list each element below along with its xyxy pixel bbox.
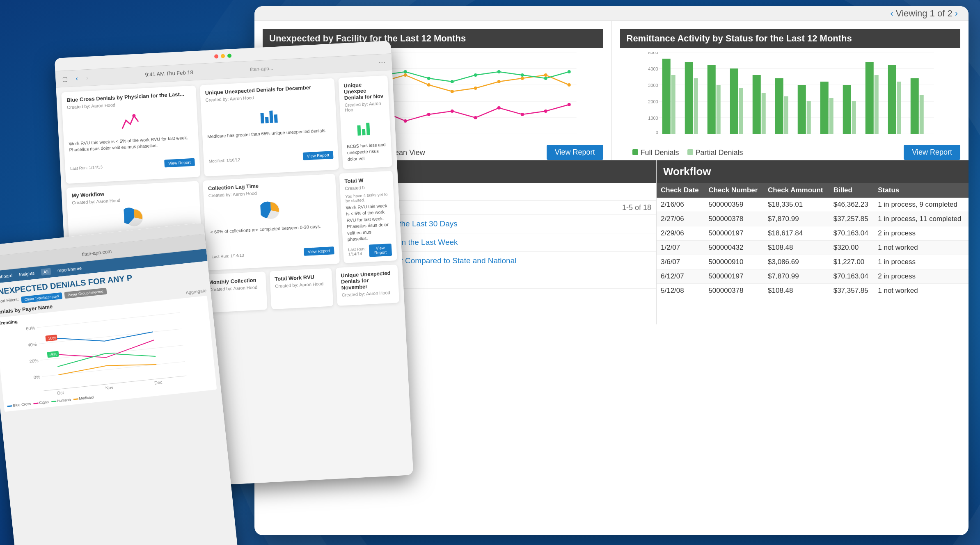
svg-point-55: [474, 116, 477, 119]
workflow-header: Workflow: [657, 160, 969, 183]
card-1-view-btn[interactable]: View Report: [164, 158, 195, 168]
svg-rect-110: [265, 117, 269, 123]
mid-nav-fwd[interactable]: ›: [86, 74, 88, 81]
svg-text:20%: 20%: [29, 358, 39, 364]
viewing-label: Viewing 1 of 2: [896, 8, 953, 19]
front-nav-report[interactable]: report/name: [57, 266, 82, 273]
svg-line-119: [39, 329, 181, 344]
svg-rect-87: [829, 98, 833, 134]
card-6-subtitle: Created b: [345, 184, 388, 191]
card-3-icon: [353, 114, 378, 140]
svg-text:2000: 2000: [648, 99, 658, 104]
svg-text:60%: 60%: [26, 325, 35, 331]
report-card-bottom-5-title: Unique Unexpected Denials for November: [341, 270, 394, 291]
report-card-bottom-4-title: Total Work RVU: [275, 274, 327, 283]
mid-nav-back[interactable]: ‹: [76, 75, 78, 82]
front-panel: ‹ › titan-app.com Dashboard Insights All…: [0, 223, 238, 545]
filter-chip-2[interactable]: Payer Group/selected: [64, 288, 107, 299]
card-3-desc: BCBS has less and unexpecte risus dolor …: [347, 141, 387, 164]
svg-rect-90: [865, 62, 873, 134]
svg-text:5000: 5000: [648, 52, 658, 55]
front-chart-container: Trending 60% 40% 20% 0%: [0, 296, 217, 412]
svg-point-58: [544, 109, 547, 113]
report-card-bottom-4: Total Work RVU Created by: Aaron Hood: [269, 268, 333, 310]
table-row: 1/2/07500000432$108.48$320.001 not worke…: [657, 241, 969, 255]
front-aggregate-label: Aggregate: [185, 288, 207, 295]
svg-text:Dec: Dec: [154, 380, 163, 385]
filter-chip-1[interactable]: Claim Type/accepted: [21, 292, 62, 303]
table-row: 6/12/07500000197$7,870.99$70,163.042 in …: [657, 269, 969, 284]
report-card-5: Collection Lag Time Created by: Aaron Ho…: [203, 174, 340, 271]
card-3-subtitle: Created by: Aaron Hoo: [344, 100, 384, 112]
card-6-extra: You have 4 tasks yet to be started.: [345, 192, 389, 203]
card-2-modified: Modified: 1/16/12: [208, 157, 240, 164]
table-row: 2/29/06500000197$18,617.84$70,163.042 in…: [657, 226, 969, 241]
svg-text:3000: 3000: [648, 83, 658, 88]
card-6-date: Last Run: 1/14/14: [348, 246, 369, 257]
col-billed: Billed: [829, 183, 874, 198]
svg-rect-85: [806, 101, 811, 134]
svg-rect-114: [362, 129, 366, 135]
card-1-desc: Work RVU this week is < 5% of the work R…: [69, 135, 194, 162]
svg-rect-111: [269, 111, 273, 123]
card-6-desc: Work RVU this week is < 5% of the work R…: [346, 203, 391, 243]
svg-text:+5%: +5%: [49, 352, 57, 357]
workflow-table: Check Date Check Number Check Ammount Bi…: [657, 183, 969, 298]
svg-rect-74: [685, 62, 693, 134]
report-card-3: Unique Unexpec Denials for Nov Created b…: [338, 75, 392, 169]
svg-point-34: [544, 73, 547, 77]
front-url: titan-app.com: [82, 248, 112, 257]
svg-point-53: [427, 113, 430, 116]
card-6-view-btn[interactable]: View Report: [369, 244, 392, 257]
chart-right-area: 5000 4000 3000 2000 1000 0: [620, 52, 961, 142]
svg-rect-86: [820, 82, 828, 134]
report-card-bottom-3: Monthly Collection Created by: Aaron Hoo…: [203, 271, 267, 313]
chart-right-title: Remittance Activity by Status for the La…: [620, 29, 961, 48]
svg-point-29: [427, 83, 430, 87]
svg-rect-112: [274, 114, 278, 123]
view-report-left-button[interactable]: View Report: [547, 145, 603, 160]
card-5-view-btn[interactable]: View Report: [304, 246, 334, 256]
legend-partial-denials: Partial Denials: [696, 148, 743, 157]
front-nav-insights[interactable]: Insights: [19, 271, 35, 277]
card-3-title: Unique Unexpec Denials for Nov: [343, 80, 384, 101]
svg-rect-109: [261, 113, 264, 123]
svg-point-57: [521, 113, 524, 116]
table-row: 5/12/08500000378$108.48$37,357.851 not w…: [657, 284, 969, 298]
prev-arrow[interactable]: ‹: [891, 8, 893, 19]
svg-line-121: [42, 362, 185, 377]
front-nav-dashboard[interactable]: Dashboard: [0, 273, 13, 280]
front-nav-all[interactable]: All: [41, 268, 51, 276]
svg-point-33: [521, 77, 524, 80]
legend-full-denials: Full Denials: [641, 148, 679, 157]
mid-time: 9:41 AM Thu Feb 18: [145, 69, 193, 78]
main-panel-header: ‹ Viewing 1 of 2 ›: [254, 6, 969, 21]
svg-point-52: [404, 119, 407, 123]
svg-point-32: [497, 80, 501, 83]
card-2-view-btn[interactable]: View Report: [302, 151, 333, 160]
svg-text:0: 0: [655, 130, 658, 134]
mid-dots-icon: ⋯: [378, 58, 385, 66]
svg-rect-84: [797, 85, 806, 134]
svg-rect-93: [897, 82, 901, 134]
card-5-icon: [258, 198, 284, 223]
chart-panel-right: Remittance Activity by Status for the La…: [612, 21, 969, 160]
svg-rect-79: [739, 88, 743, 134]
col-check-amount: Check Ammount: [764, 183, 829, 198]
svg-rect-115: [366, 123, 370, 135]
svg-point-28: [404, 73, 407, 77]
view-report-right-button[interactable]: View Report: [904, 145, 960, 160]
chart-right-legend: Full Denials Partial Denials: [632, 148, 743, 157]
svg-rect-83: [784, 96, 788, 134]
svg-rect-82: [775, 78, 783, 134]
report-card-bottom-4-sub: Created by: Aaron Hood: [275, 281, 327, 289]
svg-text:40%: 40%: [27, 342, 37, 347]
svg-rect-76: [707, 65, 715, 134]
svg-point-41: [427, 77, 430, 80]
card-6-title: Total W: [344, 176, 388, 185]
next-arrow[interactable]: ›: [955, 8, 958, 19]
table-row: 3/6/07500000910$3,086.69$1,227.001 in pr…: [657, 255, 969, 269]
bar-chart-svg: 5000 4000 3000 2000 1000 0: [620, 52, 961, 134]
svg-point-30: [451, 90, 454, 93]
svg-text:1000: 1000: [648, 116, 658, 121]
